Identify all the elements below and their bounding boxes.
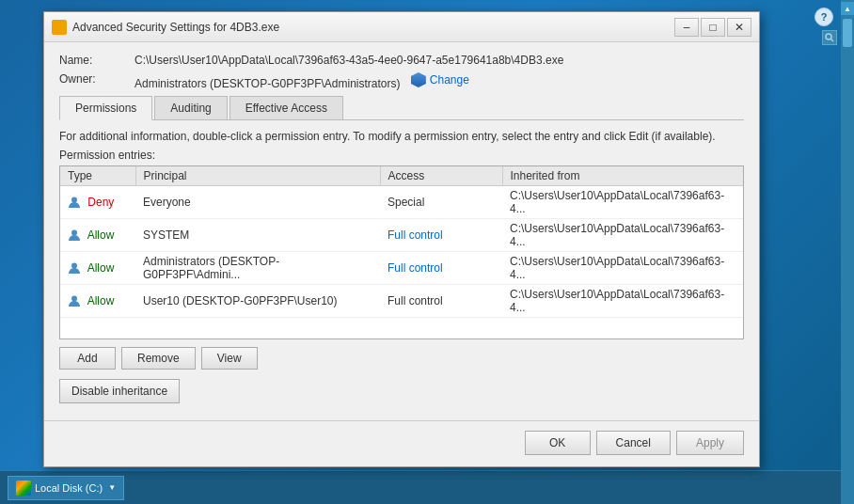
tabs-container: Permissions Auditing Effective Access: [59, 96, 744, 120]
section-label: Permission entries:: [59, 149, 744, 162]
svg-point-5: [71, 296, 77, 302]
tab-effective-access[interactable]: Effective Access: [229, 96, 343, 119]
table-row[interactable]: Allow SYSTEM Full control C:\Users\User1…: [60, 219, 743, 252]
svg-point-2: [71, 197, 77, 203]
shield-icon: [411, 72, 426, 87]
cell-inherited: C:\Users\User10\AppData\Local\7396af63-4…: [502, 186, 743, 219]
taskbar-item-local-disk[interactable]: Local Disk (C:) ▼: [8, 476, 124, 500]
cell-access: Full control: [380, 285, 502, 318]
add-button[interactable]: Add: [59, 347, 116, 370]
change-label: Change: [430, 73, 469, 87]
scroll-up-arrow[interactable]: ▲: [841, 2, 854, 15]
name-value: C:\Users\User10\AppData\Local\7396af63-4…: [134, 54, 744, 67]
dialog-content: Name: C:\Users\User10\AppData\Local\7396…: [44, 42, 759, 415]
apply-button[interactable]: Apply: [676, 431, 744, 455]
desktop: NYANTISPYWARE.COM ? ▲ Advanced Security …: [0, 0, 854, 504]
table-row[interactable]: Allow User10 (DESKTOP-G0PF3PF\User10) Fu…: [60, 285, 743, 318]
owner-text: Administrators (DESKTOP-G0PF3PF\Administ…: [134, 77, 401, 90]
owner-value: Administrators (DESKTOP-G0PF3PF\Administ…: [134, 72, 744, 90]
owner-row: Owner: Administrators (DESKTOP-G0PF3PF\A…: [59, 72, 744, 90]
taskbar-chevron-icon: ▼: [108, 483, 116, 492]
col-header-access: Access: [380, 166, 502, 186]
taskbar-bottom: Local Disk (C:) ▼: [0, 470, 841, 504]
user-icon: [68, 196, 81, 209]
svg-point-3: [71, 230, 77, 236]
owner-label: Owner:: [59, 72, 134, 86]
info-text: For additional information, double-click…: [59, 130, 744, 143]
cell-principal: Administrators (DESKTOP-G0PF3PF\Admini..…: [135, 252, 380, 285]
cell-principal: SYSTEM: [135, 219, 380, 252]
cell-principal: User10 (DESKTOP-G0PF3PF\User10): [135, 285, 380, 318]
svg-point-0: [826, 34, 831, 39]
table-header-row: Type Principal Access Inherited from: [60, 166, 743, 186]
change-link[interactable]: Change: [411, 72, 469, 87]
remove-button[interactable]: Remove: [121, 347, 196, 370]
permission-table: Type Principal Access Inherited from Den…: [60, 166, 743, 318]
windows-icon: [16, 480, 31, 496]
svg-line-1: [831, 39, 834, 42]
cell-access: Full control: [380, 252, 502, 285]
table-buttons: Add Remove View: [59, 347, 744, 370]
minimize-button[interactable]: –: [674, 18, 699, 37]
help-button[interactable]: ?: [814, 8, 833, 26]
dialog-title: Advanced Security Settings for 4DB3.exe: [72, 21, 669, 34]
cancel-button[interactable]: Cancel: [596, 431, 671, 455]
dialog-window: Advanced Security Settings for 4DB3.exe …: [43, 11, 760, 467]
tab-permissions[interactable]: Permissions: [59, 96, 152, 120]
close-button[interactable]: ✕: [727, 18, 751, 37]
scrollbar-right: ▲: [841, 0, 854, 504]
tab-auditing[interactable]: Auditing: [154, 96, 227, 119]
taskbar-item-label: Local Disk (C:): [35, 482, 103, 494]
title-bar: Advanced Security Settings for 4DB3.exe …: [44, 12, 759, 42]
disable-inheritance-button[interactable]: Disable inheritance: [59, 379, 180, 403]
permission-table-container: Type Principal Access Inherited from Den…: [59, 165, 744, 339]
scrollbar-thumb[interactable]: [843, 19, 852, 47]
ok-button[interactable]: OK: [525, 431, 591, 455]
svg-point-4: [71, 263, 77, 269]
cell-principal: Everyone: [135, 186, 380, 219]
user-icon: [68, 228, 81, 242]
col-header-inherited: Inherited from: [502, 166, 743, 186]
cell-access: Special: [380, 186, 502, 219]
col-header-principal: Principal: [135, 166, 380, 186]
title-bar-icon: [52, 20, 67, 35]
maximize-button[interactable]: □: [701, 18, 725, 37]
cell-access: Full control: [380, 219, 502, 252]
title-bar-buttons: – □ ✕: [674, 18, 751, 37]
cell-inherited: C:\Users\User10\AppData\Local\7396af63-4…: [502, 252, 743, 285]
table-row[interactable]: Allow Administrators (DESKTOP-G0PF3PF\Ad…: [60, 252, 743, 285]
user-icon: [68, 294, 81, 307]
search-box[interactable]: [822, 30, 837, 45]
view-button[interactable]: View: [201, 347, 258, 370]
cell-inherited: C:\Users\User10\AppData\Local\7396af63-4…: [502, 219, 743, 252]
cell-type: Allow: [60, 219, 135, 252]
cell-type: Allow: [60, 252, 135, 285]
name-row: Name: C:\Users\User10\AppData\Local\7396…: [59, 54, 744, 67]
user-icon: [68, 261, 81, 275]
col-header-type: Type: [60, 166, 135, 186]
cell-inherited: C:\Users\User10\AppData\Local\7396af63-4…: [502, 285, 743, 318]
cell-type: Deny: [60, 186, 135, 219]
name-label: Name:: [59, 54, 134, 67]
table-row[interactable]: Deny Everyone Special C:\Users\User10\Ap…: [60, 186, 743, 219]
dialog-footer: OK Cancel Apply: [44, 420, 759, 466]
search-icon: [825, 33, 834, 42]
cell-type: Allow: [60, 285, 135, 318]
